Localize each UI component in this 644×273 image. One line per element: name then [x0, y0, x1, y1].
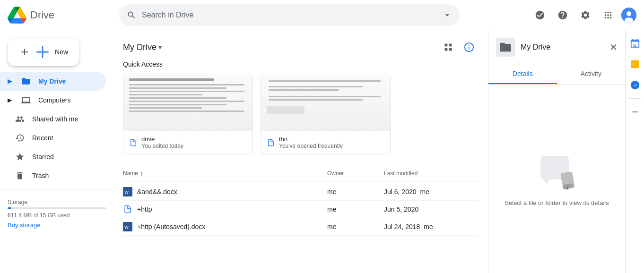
sidebar-item-trash[interactable]: Trash: [0, 166, 106, 185]
new-plus-icon: [19, 46, 30, 58]
sidebar-item-computers[interactable]: ▶ Computers: [0, 91, 106, 110]
word-icon-2: W: [123, 222, 132, 231]
help-button[interactable]: [553, 6, 572, 25]
breadcrumb: My Drive ▾: [123, 43, 162, 52]
qa-details-0: drive You edited today: [141, 136, 247, 149]
file-name-0: &and&&.docx: [137, 188, 177, 196]
preview-line: [129, 91, 244, 92]
qa-info-1: thn You've opened frequently: [261, 131, 390, 154]
info-button[interactable]: [460, 38, 479, 57]
trash-label: Trash: [32, 172, 49, 179]
file-modified-0: Jul 6, 2020 me: [384, 188, 479, 196]
docs-icon-1: [123, 205, 132, 214]
search-input[interactable]: [142, 11, 437, 19]
quick-access-grid: drive You edited today: [123, 74, 479, 154]
panel-close-button[interactable]: ✕: [609, 42, 618, 53]
right-edge: 31 ! ✓: [625, 30, 644, 273]
preview-line: [129, 97, 226, 99]
panel-folder-icon: [496, 38, 515, 57]
header-actions: [439, 38, 479, 57]
file-row-0[interactable]: W &and&&.docx me Jul 6, 2020 me: [123, 183, 479, 201]
search-bar[interactable]: [119, 4, 460, 26]
file-modified-1: Jun 5, 2020: [384, 205, 479, 213]
qa-name-0: drive: [141, 136, 247, 143]
panel-tab-activity[interactable]: Activity: [557, 64, 626, 84]
file-row-2[interactable]: W +http (Autosaved).docx me Jul 24, 2018…: [123, 218, 479, 236]
computers-arrow: ▶: [8, 97, 12, 103]
panel-tab-details[interactable]: Details: [488, 64, 557, 84]
sidebar: New ▶ My Drive ▶ Computers: [0, 30, 113, 273]
file-name-cell-1: +http: [123, 205, 327, 214]
qa-info-0: drive You edited today: [123, 131, 252, 154]
qa-preview-content-0: [123, 74, 252, 131]
sidebar-item-shared[interactable]: Shared with me: [0, 110, 106, 128]
content-header: My Drive ▾: [113, 30, 488, 60]
quick-access-title: Quick Access: [123, 60, 479, 68]
sidebar-item-my-drive[interactable]: ▶ My Drive: [0, 72, 106, 91]
tasks-button[interactable]: !: [626, 55, 644, 74]
content-area: My Drive ▾ Quick Access: [113, 30, 488, 273]
svg-text:W: W: [124, 225, 129, 230]
preview-line: [129, 107, 202, 109]
file-name-2: +http (Autosaved).docx: [137, 223, 205, 230]
file-owner-1: me: [327, 205, 384, 213]
computers-label: Computers: [38, 96, 70, 104]
svg-text:✓: ✓: [634, 83, 637, 88]
new-button[interactable]: New: [8, 38, 79, 66]
right-edge-divider: [629, 98, 641, 99]
file-owner-2: me: [327, 223, 384, 230]
file-name-cell-0: W &and&&.docx: [123, 187, 327, 196]
word-icon-0: W: [123, 187, 132, 196]
shared-label: Shared with me: [32, 115, 78, 123]
preview-line: [269, 86, 363, 87]
preview-line: [269, 89, 339, 91]
recent-icon: [15, 133, 25, 143]
qa-preview-1: [261, 74, 390, 131]
qa-preview-0: [123, 74, 252, 131]
preview-line: [129, 94, 202, 95]
column-owner[interactable]: Owner: [327, 170, 384, 177]
storage-bar-bg: [8, 207, 106, 209]
qa-details-1: thn You've opened frequently: [279, 136, 384, 149]
column-name[interactable]: Name ↑: [123, 170, 327, 177]
file-row-1[interactable]: +http me Jun 5, 2020: [123, 201, 479, 218]
search-dropdown-icon[interactable]: [443, 10, 452, 20]
storage-bar-fill: [8, 207, 11, 209]
starred-label: Starred: [32, 153, 54, 161]
my-drive-icon: [21, 77, 31, 86]
expand-button[interactable]: [626, 102, 644, 121]
right-panel: My Drive ✕ Details Activity Select a fil…: [488, 30, 625, 273]
grid-view-button[interactable]: [439, 38, 458, 57]
trash-icon: [15, 171, 25, 180]
preview-button: [267, 106, 305, 114]
qa-docs-icon-0: [129, 138, 138, 147]
storage-section: Storage 611.4 MB of 15 GB used Buy stora…: [0, 193, 113, 234]
shared-icon: [15, 114, 25, 124]
user-avatar[interactable]: [621, 8, 636, 23]
panel-content: Select a file or folder to view its deta…: [488, 85, 625, 273]
sidebar-item-starred[interactable]: Starred: [0, 147, 106, 166]
check-circle-button[interactable]: [531, 6, 549, 25]
preview-line: [129, 101, 244, 102]
starred-icon: [15, 152, 25, 162]
topbar: Drive: [0, 0, 644, 30]
breadcrumb-title: My Drive: [123, 43, 157, 52]
settings-button[interactable]: [576, 6, 595, 25]
calendar-button[interactable]: 31: [626, 34, 644, 53]
new-button-label: New: [55, 48, 68, 56]
qa-meta-1: You've opened frequently: [279, 143, 384, 149]
quick-access-card-0[interactable]: drive You edited today: [123, 74, 253, 154]
sidebar-item-recent[interactable]: Recent: [0, 128, 106, 147]
my-drive-label: My Drive: [38, 77, 66, 85]
panel-placeholder-text: Select a file or folder to view its deta…: [505, 199, 609, 206]
qa-docs-icon-1: [267, 138, 275, 147]
keep-button[interactable]: ✓: [626, 76, 644, 94]
computers-icon: [21, 95, 31, 105]
buy-storage-link[interactable]: Buy storage: [8, 222, 106, 229]
column-modified[interactable]: Last modified: [384, 170, 479, 177]
apps-button[interactable]: [599, 6, 618, 25]
quick-access-card-1[interactable]: thn You've opened frequently: [261, 74, 391, 154]
svg-point-1: [627, 11, 631, 16]
breadcrumb-dropdown[interactable]: ▾: [158, 43, 162, 51]
file-owner-0: me: [327, 188, 384, 196]
